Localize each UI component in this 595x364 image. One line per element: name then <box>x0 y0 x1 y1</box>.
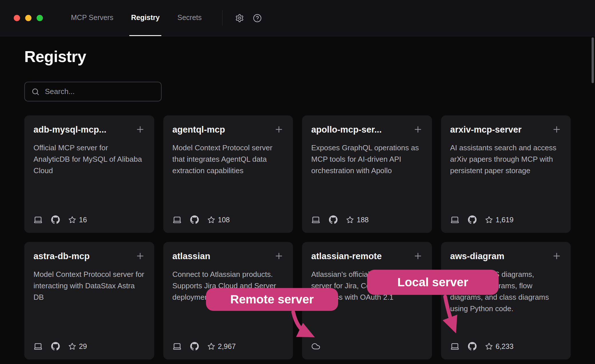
star-icon <box>485 216 493 224</box>
titlebar: MCP Servers Registry Secrets <box>0 0 595 36</box>
close-button[interactable] <box>14 15 20 21</box>
server-name: arxiv-mcp-server <box>450 125 522 135</box>
help-icon <box>253 14 262 23</box>
server-name: astra-db-mcp <box>33 251 90 261</box>
maximize-button[interactable] <box>37 15 43 21</box>
server-description: Atlassian's official remote MCP server f… <box>311 269 423 303</box>
star-count-value: 108 <box>218 216 230 224</box>
star-count: 16 <box>68 216 87 224</box>
server-description: Connect to Atlassian products. Supports … <box>172 269 284 303</box>
add-server-button[interactable] <box>413 251 423 262</box>
add-server-button[interactable] <box>274 125 284 135</box>
plus-icon <box>413 125 423 134</box>
add-server-button[interactable] <box>274 251 284 262</box>
star-count: 2,967 <box>207 342 236 351</box>
add-server-button[interactable] <box>135 125 145 135</box>
star-count: 188 <box>346 216 369 224</box>
plus-icon <box>274 125 284 134</box>
registry-page: Registry adb-mysql-mcp... Official MCP s… <box>0 47 595 359</box>
server-card-agentql-mcp: agentql-mcp Model Context Protocol serve… <box>163 115 293 233</box>
add-server-button[interactable] <box>552 251 562 262</box>
star-count: 6,233 <box>485 342 514 351</box>
plus-icon <box>274 251 284 261</box>
search-input[interactable] <box>44 87 155 96</box>
tab-registry[interactable]: Registry <box>129 0 161 36</box>
server-description: Generate AWS diagrams, sequence diagrams… <box>450 269 562 314</box>
star-count-value: 6,233 <box>496 342 514 351</box>
add-server-button[interactable] <box>552 125 562 135</box>
server-card-arxiv-mcp-server: arxiv-mcp-server AI assistants search an… <box>441 115 571 233</box>
window-controls <box>0 0 69 36</box>
star-count-value: 16 <box>79 216 87 224</box>
laptop-icon <box>450 215 459 224</box>
laptop-icon <box>311 215 320 224</box>
star-icon <box>68 216 76 224</box>
server-name: apollo-mcp-ser... <box>311 125 382 135</box>
tab-secrets[interactable]: Secrets <box>176 0 203 36</box>
server-name: agentql-mcp <box>172 125 225 135</box>
server-description: Official MCP server for AnalyticDB for M… <box>33 142 145 176</box>
github-icon[interactable] <box>329 215 338 224</box>
server-card-adb-mysql-mcp: adb-mysql-mcp... Official MCP server for… <box>24 115 154 233</box>
star-count-value: 2,967 <box>218 342 236 351</box>
add-server-button[interactable] <box>135 251 145 262</box>
page-title: Registry <box>24 47 571 66</box>
plus-icon <box>413 251 423 261</box>
server-description: Exposes GraphQL operations as MCP tools … <box>311 142 423 176</box>
plus-icon <box>552 251 562 261</box>
laptop-icon <box>172 342 182 351</box>
server-card-atlassian-remote: atlassian-remote Atlassian's official re… <box>302 242 432 359</box>
search-box[interactable] <box>24 82 162 101</box>
github-icon[interactable] <box>190 215 199 224</box>
plus-icon <box>135 251 145 261</box>
plus-icon <box>135 125 145 134</box>
github-icon[interactable] <box>51 342 60 351</box>
github-icon[interactable] <box>51 215 60 224</box>
server-description: Model Context Protocol server for intera… <box>33 269 145 303</box>
server-grid: adb-mysql-mcp... Official MCP server for… <box>24 115 571 359</box>
star-count: 1,619 <box>485 216 514 224</box>
laptop-icon <box>172 215 182 224</box>
star-count-value: 1,619 <box>496 216 514 224</box>
tab-mcp-servers[interactable]: MCP Servers <box>69 0 115 36</box>
star-icon <box>207 343 215 350</box>
laptop-icon <box>33 342 43 351</box>
star-count-value: 188 <box>357 216 369 224</box>
topbar-divider <box>222 10 223 26</box>
help-button[interactable] <box>248 9 266 27</box>
star-count-value: 29 <box>79 342 87 351</box>
star-count: 108 <box>207 216 230 224</box>
main-tabs: MCP Servers Registry Secrets <box>69 0 203 36</box>
star-icon <box>346 216 354 224</box>
laptop-icon <box>450 342 459 351</box>
server-name: aws-diagram <box>450 251 505 261</box>
cloud-icon <box>311 342 320 351</box>
server-description: AI assistants search and access arXiv pa… <box>450 142 562 176</box>
scrollbar-thumb[interactable] <box>592 37 594 83</box>
server-card-astra-db-mcp: astra-db-mcp Model Context Protocol serv… <box>24 242 154 359</box>
server-name: atlassian <box>172 251 211 261</box>
plus-icon <box>552 125 562 134</box>
star-icon <box>485 343 493 350</box>
gear-icon <box>235 14 244 23</box>
server-card-aws-diagram: aws-diagram Generate AWS diagrams, seque… <box>441 242 571 359</box>
server-card-apollo-mcp-server: apollo-mcp-ser... Exposes GraphQL operat… <box>302 115 432 233</box>
server-card-atlassian: atlassian Connect to Atlassian products.… <box>163 242 293 359</box>
server-description: Model Context Protocol server that integ… <box>172 142 284 176</box>
server-name: atlassian-remote <box>311 251 382 261</box>
add-server-button[interactable] <box>413 125 423 135</box>
github-icon[interactable] <box>190 342 199 351</box>
settings-button[interactable] <box>231 9 248 27</box>
github-icon[interactable] <box>468 342 477 351</box>
github-icon[interactable] <box>468 215 477 224</box>
star-count: 29 <box>68 342 87 351</box>
star-icon <box>68 343 76 350</box>
server-name: adb-mysql-mcp... <box>33 125 106 135</box>
laptop-icon <box>33 215 43 224</box>
search-icon <box>31 87 40 96</box>
star-icon <box>207 216 215 224</box>
minimize-button[interactable] <box>25 15 31 21</box>
